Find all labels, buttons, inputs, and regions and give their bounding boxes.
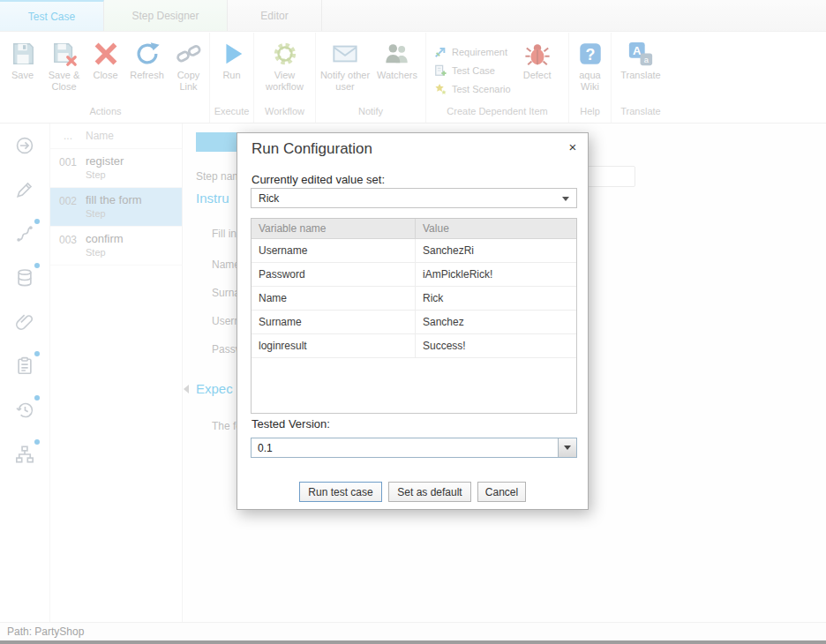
- variable-value-cell[interactable]: SanchezRi: [416, 239, 576, 262]
- chevron-down-icon: [562, 197, 569, 201]
- cancel-button[interactable]: Cancel: [477, 482, 526, 502]
- variable-name-cell: Password: [252, 263, 416, 286]
- table-row: Name Rick: [252, 287, 576, 311]
- run-configuration-dialog: Run Configuration × Currently edited val…: [237, 132, 589, 510]
- table-row: Password iAmPickleRick!: [252, 263, 576, 287]
- combo-dropdown-button[interactable]: [558, 438, 576, 457]
- header-variable-name: Variable name: [252, 219, 416, 238]
- variable-name-cell: Name: [252, 287, 416, 310]
- dialog-title: Run Configuration: [252, 140, 372, 158]
- variable-value-cell[interactable]: iAmPickleRick!: [416, 263, 576, 286]
- tested-version-label: Tested Version:: [252, 417, 330, 431]
- table-row: Surname Sanchez: [252, 311, 576, 334]
- dialog-close-icon[interactable]: ×: [563, 138, 582, 155]
- header-value: Value: [416, 219, 576, 238]
- window-bottom-edge: [0, 640, 826, 644]
- variable-value-cell[interactable]: Sanchez: [416, 311, 576, 333]
- variable-value-cell[interactable]: Rick: [416, 287, 576, 310]
- value-set-select[interactable]: Rick: [251, 188, 577, 208]
- chevron-down-icon: [564, 446, 571, 450]
- variable-name-cell: Username: [252, 239, 416, 262]
- tested-version-value: 0.1: [252, 438, 558, 457]
- variables-table-header: Variable name Value: [252, 219, 576, 239]
- table-row: Username SanchezRi: [252, 239, 576, 263]
- value-set-label: Currently edited value set:: [252, 173, 385, 186]
- variable-name-cell: Surname: [252, 311, 416, 333]
- value-set-selected: Rick: [259, 192, 279, 205]
- variable-value-cell[interactable]: Success!: [416, 334, 576, 357]
- dialog-button-row: Run test case Set as default Cancel: [237, 482, 588, 502]
- table-row: loginresult Success!: [252, 334, 576, 358]
- run-test-case-button[interactable]: Run test case: [299, 482, 382, 502]
- variables-table: Variable name Value Username SanchezRi P…: [251, 218, 577, 414]
- set-as-default-button[interactable]: Set as default: [388, 482, 471, 502]
- tested-version-combobox[interactable]: 0.1: [251, 438, 577, 458]
- variable-name-cell: loginresult: [252, 334, 416, 357]
- app-window: Test Case Step Designer Editor Save: [0, 0, 826, 644]
